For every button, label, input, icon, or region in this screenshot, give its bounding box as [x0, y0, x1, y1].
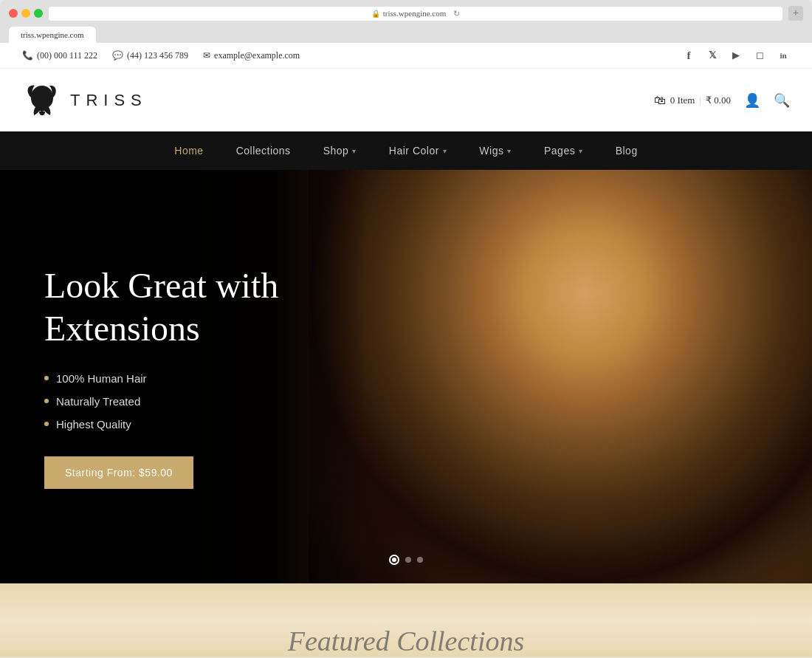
linkedin-icon[interactable]: in [777, 49, 790, 62]
site-header: TRISS 🛍 0 Item | ₹ 0.00 👤 🔍 [0, 69, 812, 131]
hero-woman-figure [309, 170, 812, 583]
email-item: ✉ example@example.com [203, 50, 300, 61]
phone1-icon: 📞 [22, 50, 33, 61]
cart-items: 0 Item [670, 95, 695, 106]
cart-divider: | [699, 95, 701, 106]
slider-dot-1[interactable] [389, 555, 399, 565]
nav-pages[interactable]: Pages ▾ [528, 131, 599, 170]
hero-section: Look Great with Extensions 100% Human Ha… [0, 170, 812, 583]
new-tab-button[interactable]: + [788, 6, 803, 21]
address-bar[interactable]: 🔒 triss.wpengine.com ↻ [49, 7, 782, 21]
facebook-icon[interactable]: f [682, 49, 695, 62]
feature-1: 100% Human Hair [44, 372, 310, 385]
lock-icon: 🔒 [371, 10, 380, 18]
website: 📞 (00) 000 111 222 💬 (44) 123 456 789 ✉ … [0, 43, 812, 657]
header-right: 🛍 0 Item | ₹ 0.00 👤 🔍 [654, 92, 790, 109]
phone2-icon: 💬 [112, 50, 123, 61]
nav-shop[interactable]: Shop ▾ [307, 131, 373, 170]
nav-hair-color[interactable]: Hair Color ▾ [373, 131, 464, 170]
email-icon: ✉ [203, 50, 210, 61]
featured-title: Featured Collections [288, 625, 524, 657]
slider-dots [389, 555, 423, 565]
logo[interactable]: TRISS [22, 80, 148, 120]
hero-cta-button[interactable]: Starting From: $59.00 [44, 456, 193, 489]
email-text: example@example.com [214, 50, 300, 61]
search-icon[interactable]: 🔍 [774, 92, 790, 109]
slider-dot-3[interactable] [417, 557, 423, 563]
nav-wigs-arrow: ▾ [507, 147, 512, 155]
address-text: triss.wpengine.com [383, 9, 447, 18]
main-nav: Home Collections Shop ▾ Hair Color ▾ Wig… [0, 131, 812, 170]
feature-3: Highest Quality [44, 418, 310, 431]
top-bar-contact: 📞 (00) 000 111 222 💬 (44) 123 456 789 ✉ … [22, 50, 300, 61]
bullet-1 [44, 376, 49, 380]
phone1-text: (00) 000 111 222 [37, 50, 97, 61]
phone2-item: 💬 (44) 123 456 789 [112, 50, 188, 61]
logo-icon [22, 80, 63, 120]
browser-dots [9, 9, 43, 18]
twitter-icon[interactable]: 𝕏 [706, 49, 719, 62]
cart-info[interactable]: 🛍 0 Item | ₹ 0.00 [654, 94, 731, 107]
browser-tab[interactable]: triss.wpengine.com [9, 27, 96, 43]
featured-section: Featured Collections [0, 583, 812, 657]
nav-shop-arrow: ▾ [352, 147, 357, 155]
nav-collections[interactable]: Collections [220, 131, 307, 170]
nav-blog[interactable]: Blog [599, 131, 654, 170]
nav-home[interactable]: Home [158, 131, 219, 170]
hero-features: 100% Human Hair Naturally Treated Highes… [44, 372, 310, 431]
close-dot[interactable] [9, 9, 18, 18]
nav-pages-arrow: ▾ [579, 147, 583, 155]
slider-dot-2[interactable] [405, 557, 411, 563]
feature-2: Naturally Treated [44, 395, 310, 408]
cart-icon: 🛍 [654, 94, 666, 107]
hero-title: Look Great with Extensions [44, 264, 310, 349]
account-icon[interactable]: 👤 [744, 92, 760, 109]
phone1-item: 📞 (00) 000 111 222 [22, 50, 97, 61]
nav-wigs[interactable]: Wigs ▾ [463, 131, 528, 170]
nav-haircolor-arrow: ▾ [443, 147, 447, 155]
logo-text: TRISS [70, 91, 148, 110]
youtube-icon[interactable]: ▶ [729, 49, 743, 62]
hero-content: Look Great with Extensions 100% Human Ha… [0, 264, 354, 488]
reload-icon[interactable]: ↻ [453, 9, 460, 18]
hero-woman-portrait [309, 170, 812, 583]
cart-price: ₹ 0.00 [706, 95, 731, 106]
phone2-text: (44) 123 456 789 [127, 50, 188, 61]
instagram-icon[interactable]: ◻ [753, 49, 766, 62]
bullet-2 [44, 399, 49, 403]
browser-chrome: 🔒 triss.wpengine.com ↻ + triss.wpengine.… [0, 0, 812, 43]
maximize-dot[interactable] [34, 9, 43, 18]
minimize-dot[interactable] [21, 9, 30, 18]
top-bar: 📞 (00) 000 111 222 💬 (44) 123 456 789 ✉ … [0, 43, 812, 69]
top-bar-social: f 𝕏 ▶ ◻ in [682, 49, 790, 62]
bullet-3 [44, 422, 49, 426]
